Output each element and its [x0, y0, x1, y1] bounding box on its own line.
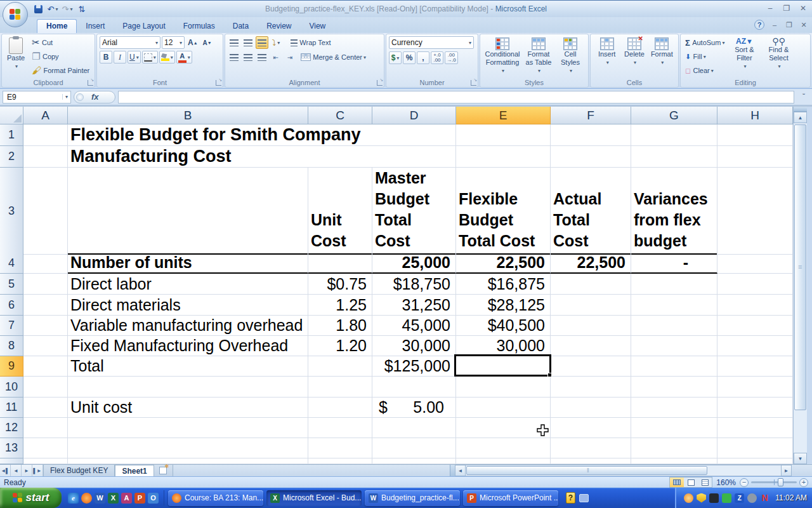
cell-d7[interactable]: 45,000 — [372, 316, 456, 336]
cell-a3[interactable] — [23, 168, 68, 255]
sort-filter-button[interactable]: AZ▼ Sort & Filter▾ — [728, 36, 761, 77]
tray-tool-icon[interactable] — [709, 493, 719, 503]
clipboard-dialog-launcher-icon[interactable] — [88, 80, 93, 86]
page-break-view-icon[interactable] — [698, 478, 712, 487]
row-header-1[interactable]: 1 — [0, 124, 23, 146]
grow-font-icon[interactable]: A▲ — [186, 36, 200, 49]
align-middle-icon[interactable] — [242, 36, 254, 49]
cell-b10[interactable] — [68, 377, 308, 398]
excel-icon[interactable]: X — [108, 493, 119, 504]
cell-b12[interactable] — [68, 418, 308, 438]
insert-cells-button[interactable]: Insert▾ — [593, 36, 620, 68]
workbook-minimize-icon[interactable]: – — [770, 21, 779, 29]
tab-scrollbar-splitter[interactable] — [450, 465, 455, 476]
cell-h9[interactable] — [717, 356, 793, 377]
tray-green-icon[interactable] — [722, 493, 731, 503]
cell-a9[interactable] — [23, 356, 68, 377]
cell-b8[interactable]: Fixed Manufacturing Overhead — [68, 336, 308, 356]
cell-g7[interactable] — [631, 316, 717, 336]
expand-formula-bar-icon[interactable]: ˇˇ — [797, 91, 809, 104]
cell-c5[interactable]: $0.75 — [308, 274, 372, 295]
zoom-out-icon[interactable]: − — [740, 478, 749, 487]
cell-f11[interactable] — [551, 398, 631, 418]
alignment-dialog-launcher-icon[interactable] — [377, 80, 383, 86]
row-header-7[interactable]: 7 — [0, 316, 23, 336]
cell-h7[interactable] — [717, 316, 793, 336]
select-all-corner[interactable] — [0, 107, 23, 124]
cell-h13[interactable] — [717, 438, 793, 458]
tab-review[interactable]: Review — [258, 20, 300, 33]
cell-a2[interactable] — [23, 146, 68, 168]
row-header-6[interactable]: 6 — [0, 295, 23, 316]
cell-b9[interactable]: Total — [68, 356, 308, 377]
column-header-d[interactable]: D — [372, 107, 456, 124]
workbook-restore-icon[interactable]: ❐ — [785, 21, 794, 29]
tab-view[interactable]: View — [300, 20, 334, 33]
cell-g10[interactable] — [631, 377, 717, 398]
vertical-scroll-thumb[interactable] — [794, 124, 806, 410]
cell-h6[interactable] — [717, 295, 793, 316]
cell-c9[interactable] — [308, 356, 372, 377]
cell-g1[interactable] — [631, 124, 717, 146]
cell-g12[interactable] — [631, 418, 717, 438]
cell-a10[interactable] — [23, 377, 68, 398]
cell-g3[interactable]: Variances from flex budget — [631, 168, 717, 255]
row-header-3[interactable]: 3 — [0, 168, 23, 255]
cell-c4[interactable] — [308, 253, 372, 274]
accounting-format-icon[interactable]: $▾ — [389, 51, 402, 64]
cell-a11[interactable] — [23, 398, 68, 418]
row-header-8[interactable]: 8 — [0, 336, 23, 356]
cell-e11[interactable] — [456, 398, 551, 418]
cut-button[interactable]: ✂ Cut — [30, 36, 91, 49]
format-cells-button[interactable]: Format▾ — [648, 36, 676, 68]
tray-volume-icon[interactable] — [747, 493, 757, 503]
cell-f12[interactable] — [551, 418, 631, 438]
cell-e3[interactable]: Flexible Budget Total Cost — [456, 168, 551, 255]
cell-d4[interactable]: 25,000 — [372, 253, 456, 274]
cell-h11[interactable] — [717, 398, 793, 418]
cell-g5[interactable] — [631, 274, 717, 295]
row-header-4[interactable]: 4 — [0, 253, 23, 274]
align-left-icon[interactable] — [228, 51, 240, 64]
cell-e1[interactable] — [456, 124, 551, 146]
cell-d3[interactable]: Master Budget Total Cost — [372, 168, 456, 255]
font-name-select[interactable]: Arial▾ — [100, 36, 160, 49]
cell-f2[interactable] — [551, 146, 631, 168]
cell-e10[interactable] — [456, 377, 551, 398]
cell-h3[interactable] — [717, 168, 793, 255]
cell-h1[interactable] — [717, 124, 793, 146]
restore-icon[interactable]: ❐ — [782, 4, 792, 13]
conditional-formatting-button[interactable]: Conditional Formatting▾ — [483, 36, 522, 76]
column-header-f[interactable]: F — [551, 107, 631, 124]
insert-worksheet-icon[interactable] — [154, 465, 173, 476]
row-header-2[interactable]: 2 — [0, 146, 23, 168]
align-right-icon[interactable] — [256, 51, 268, 64]
task-excel[interactable]: X Microsoft Excel - Bud... — [266, 490, 362, 506]
cell-b1[interactable]: Flexible Budget for Smith Company — [68, 124, 456, 146]
copy-button[interactable]: ❐ Copy — [30, 50, 91, 63]
tray-z-icon[interactable]: Z — [735, 493, 744, 503]
formula-input[interactable] — [118, 91, 794, 104]
cell-d13[interactable] — [372, 438, 456, 458]
cell-c8[interactable]: 1.20 — [308, 336, 372, 356]
format-as-table-button[interactable]: Format as Table▾ — [522, 36, 555, 76]
row-header-11[interactable]: 11 — [0, 398, 23, 418]
scroll-right-icon[interactable]: ► — [781, 465, 792, 476]
help-notification-icon[interactable]: ? — [566, 492, 575, 504]
percent-icon[interactable]: % — [403, 51, 416, 64]
cell-f6[interactable] — [551, 295, 631, 316]
cell-c10[interactable] — [308, 377, 372, 398]
row-header-10[interactable]: 10 — [0, 377, 23, 398]
cell-e4[interactable]: 22,500 — [456, 253, 551, 274]
word-icon[interactable]: W — [95, 493, 105, 504]
page-layout-view-icon[interactable] — [684, 478, 698, 487]
tab-insert[interactable]: Insert — [77, 20, 114, 33]
save-icon[interactable] — [32, 3, 44, 15]
sheet-tab-flex-budget-key[interactable]: Flex Budget KEY — [43, 465, 115, 476]
cell-b3[interactable] — [68, 168, 308, 255]
number-format-select[interactable]: Currency▾ — [389, 36, 474, 49]
cell-a1[interactable] — [23, 124, 68, 146]
column-header-b[interactable]: B — [68, 107, 308, 124]
insert-function-button[interactable]: fx — [74, 91, 115, 104]
fill-handle[interactable] — [547, 373, 552, 377]
